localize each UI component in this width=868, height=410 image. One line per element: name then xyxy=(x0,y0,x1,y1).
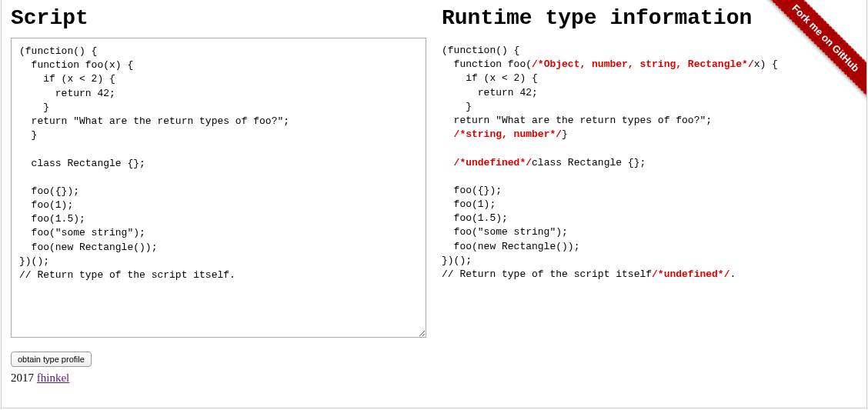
obtain-type-profile-button[interactable]: obtain type profile xyxy=(11,352,92,367)
code-text: . xyxy=(729,268,736,280)
type-annotation: /*Object, number, string, Rectangle*/ xyxy=(532,58,754,70)
script-textarea[interactable] xyxy=(11,38,426,338)
type-annotation: /*undefined*/ xyxy=(652,268,729,280)
type-annotation: /*string, number*/ xyxy=(454,128,562,140)
rtti-output: (function() { function foo(/*Object, num… xyxy=(442,38,857,288)
rtti-column: Runtime type information (function() { f… xyxy=(442,6,857,341)
type-annotation: /*undefined*/ xyxy=(454,157,532,168)
footer: 2017 fhinkel xyxy=(2,370,866,391)
script-column: Script xyxy=(11,6,426,341)
script-heading: Script xyxy=(11,6,426,30)
footer-year: 2017 xyxy=(11,372,34,384)
code-text: class Rectangle {}; foo({}); foo(1); foo… xyxy=(442,157,652,281)
code-text: (function() { function foo( xyxy=(442,45,532,70)
footer-author-link[interactable]: fhinkel xyxy=(37,372,70,384)
